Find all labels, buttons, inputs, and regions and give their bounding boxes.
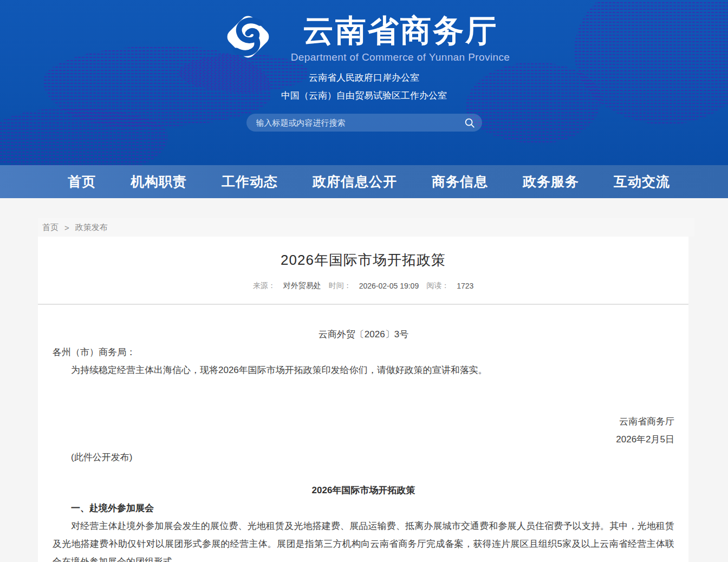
- publish-note: (此件公开发布): [53, 448, 674, 466]
- breadcrumb: 首页 > 政策发布: [38, 218, 694, 237]
- browser-page: 云南省商务厅 Department of Commerce of Yunnan …: [0, 0, 728, 562]
- policy-section-title: 2026年国际市场开拓政策: [53, 481, 674, 499]
- meta-source-label: 来源：: [253, 281, 276, 291]
- page-title: 2026年国际市场开拓政策: [52, 251, 674, 270]
- meta-views-value: 1723: [457, 282, 473, 290]
- breadcrumb-home-link[interactable]: 首页: [42, 223, 58, 233]
- org-line-1: 云南省人民政府口岸办公室: [0, 71, 728, 84]
- org-line-2: 中国（云南）自由贸易试验区工作办公室: [0, 89, 728, 102]
- nav-item-duties[interactable]: 机构职责: [131, 173, 187, 191]
- article-title-card: 2026年国际市场开拓政策 来源： 对外贸易处 时间： 2026-02-05 1…: [38, 237, 688, 305]
- nav-item-home[interactable]: 首页: [68, 173, 96, 191]
- search-icon[interactable]: [464, 117, 476, 129]
- breadcrumb-separator: >: [64, 223, 69, 232]
- meta-views-label: 阅读：: [426, 281, 449, 291]
- paragraph-2: 对经营主体赴境外参加展会发生的展位费、光地租赁及光地搭建费、展品运输费、抵离办展…: [53, 517, 674, 562]
- page-body: 首页 > 政策发布 2026年国际市场开拓政策 来源： 对外贸易处 时间： 20…: [0, 218, 728, 562]
- site-header: 云南省商务厅 Department of Commerce of Yunnan …: [0, 0, 728, 165]
- article-body-card: 云商外贸〔2026〕3号 各州（市）商务局： 为持续稳定经营主体出海信心，现将2…: [38, 305, 688, 562]
- meta-time-value: 2026-02-05 19:09: [359, 282, 419, 290]
- paragraph-1: 为持续稳定经营主体出海信心，现将2026年国际市场开拓政策印发给你们，请做好政策…: [53, 361, 674, 379]
- nav-item-gov-services[interactable]: 政务服务: [523, 173, 579, 191]
- site-title: 云南省商务厅: [291, 14, 510, 48]
- nav-item-work-news[interactable]: 工作动态: [222, 173, 278, 191]
- search-bar: [246, 114, 482, 132]
- document-date: 2026年2月5日: [53, 430, 674, 448]
- meta-time-label: 时间：: [329, 281, 352, 291]
- main-nav: 首页 机构职责 工作动态 政府信息公开 商务信息 政务服务 互动交流: [0, 165, 728, 198]
- salutation: 各州（市）商务局：: [53, 343, 674, 361]
- heading-exhibitions: 一、赴境外参加展会: [53, 499, 674, 517]
- meta-source-value: 对外贸易处: [283, 281, 321, 291]
- document-number: 云商外贸〔2026〕3号: [53, 325, 674, 343]
- nav-item-gov-info[interactable]: 政府信息公开: [313, 173, 397, 191]
- search-input[interactable]: [246, 114, 482, 132]
- sender-name: 云南省商务厅: [53, 413, 674, 430]
- article-meta: 来源： 对外贸易处 时间： 2026-02-05 19:09 阅读： 1723: [52, 281, 674, 291]
- breadcrumb-current[interactable]: 政策发布: [75, 223, 108, 233]
- nav-item-commerce-info[interactable]: 商务信息: [432, 173, 488, 191]
- nav-item-interaction[interactable]: 互动交流: [614, 173, 670, 191]
- site-logo-icon[interactable]: [218, 7, 278, 67]
- site-subtitle-en: Department of Commerce of Yunnan Provinc…: [291, 51, 510, 63]
